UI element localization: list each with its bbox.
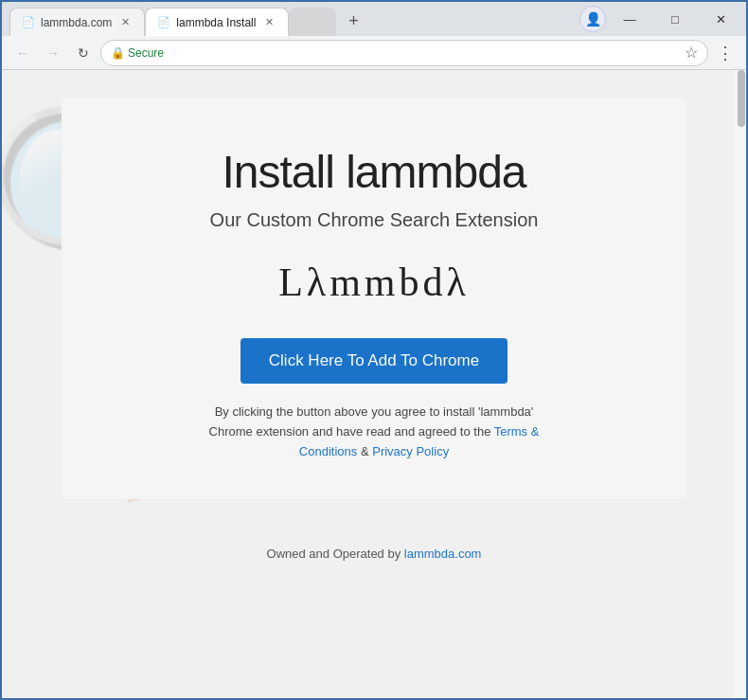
tab-lammbda-install[interactable]: 📄 lammbda Install ✕ (145, 8, 289, 36)
terms-text-middle: Chrome extension and have read and agree… (209, 424, 494, 439)
chrome-menu-btn[interactable]: ⋮ (712, 40, 739, 66)
footer-link[interactable]: lammbda.com (404, 547, 482, 561)
scrollbar-track[interactable] (733, 70, 746, 698)
tab1-title: lammbda.com (41, 16, 112, 29)
add-to-chrome-button[interactable]: Click Here To Add To Chrome (240, 338, 508, 384)
profile-icon: 👤 (585, 11, 601, 27)
address-bar: ← → ↻ 🔒 Secure ☆ ⋮ (2, 36, 746, 70)
profile-btn[interactable]: 👤 (579, 6, 606, 32)
refresh-btn[interactable]: ↻ (70, 40, 97, 66)
install-subtitle: Our Custom Chrome Search Extension (99, 209, 649, 231)
terms-text-name: 'lammbda' (478, 404, 533, 419)
tab1-favicon: 📄 (22, 16, 35, 28)
content-card: Install lammbda Our Custom Chrome Search… (62, 99, 686, 499)
tabs-bar: 📄 lammbda.com ✕ 📄 lammbda Install ✕ + (2, 2, 366, 36)
website: 🔍 PCRISK Install lammbda Our Custom Chro… (2, 70, 746, 698)
chrome-window: 📄 lammbda.com ✕ 📄 lammbda Install ✕ + 👤 … (0, 0, 748, 700)
close-icon: ✕ (716, 12, 726, 27)
close-btn[interactable]: ✕ (699, 2, 742, 36)
page-footer: Owned and Operated by lammbda.com (2, 528, 746, 580)
minimize-btn[interactable]: — (608, 2, 651, 36)
new-tab-btn[interactable]: + (340, 8, 366, 34)
lock-icon: 🔒 (111, 46, 125, 60)
install-title: Install lammbda (99, 146, 649, 198)
footer-text: Owned and Operated by (267, 547, 401, 561)
tab2-close-btn[interactable]: ✕ (261, 15, 276, 30)
privacy-policy-link[interactable]: Privacy Policy (372, 444, 449, 458)
tab-lammbda-com[interactable]: 📄 lammbda.com ✕ (9, 8, 145, 36)
maximize-icon: □ (671, 12, 679, 27)
bookmark-star-icon[interactable]: ☆ (685, 44, 698, 62)
secure-badge: 🔒 Secure (111, 46, 164, 60)
secure-label: Secure (128, 46, 164, 60)
title-bar: 📄 lammbda.com ✕ 📄 lammbda Install ✕ + 👤 … (2, 2, 746, 36)
logo-area: Lλmmbdλ (99, 260, 649, 305)
tab-empty[interactable] (289, 8, 336, 36)
refresh-icon: ↻ (78, 45, 89, 61)
terms-and: & (361, 444, 372, 458)
tab2-title: lammbda Install (176, 16, 256, 29)
url-bar[interactable]: 🔒 Secure ☆ (100, 40, 708, 66)
minimize-icon: — (624, 12, 636, 27)
maximize-btn[interactable]: □ (653, 2, 697, 36)
logo-text: Lλmmbdλ (278, 260, 470, 304)
back-btn[interactable]: ← (9, 40, 36, 66)
tab1-close-btn[interactable]: ✕ (117, 15, 133, 30)
page-content: 🔍 PCRISK Install lammbda Our Custom Chro… (2, 70, 746, 698)
forward-arrow-icon: → (46, 45, 60, 61)
terms-text-before: By clicking the button above you agree t… (215, 404, 475, 419)
terms-text: By clicking the button above you agree t… (194, 403, 554, 461)
vertical-dots-icon: ⋮ (717, 43, 734, 63)
back-arrow-icon: ← (16, 45, 29, 61)
forward-btn[interactable]: → (40, 40, 66, 66)
window-controls: 👤 — □ ✕ (579, 2, 746, 36)
tab2-favicon: 📄 (157, 16, 170, 28)
scrollbar-thumb[interactable] (738, 70, 745, 127)
